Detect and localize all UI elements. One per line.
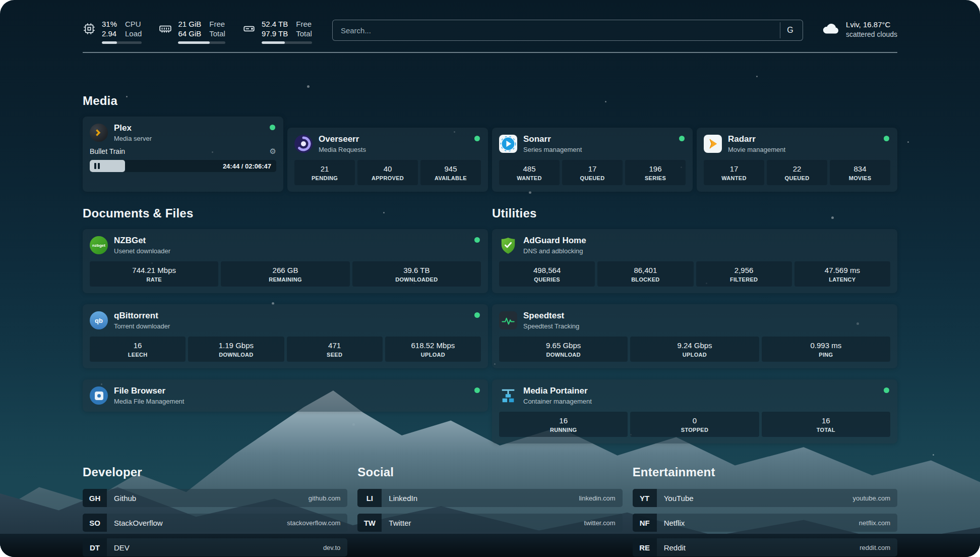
stat-label: STOPPED: [632, 427, 757, 433]
pause-icon[interactable]: [94, 163, 100, 169]
cpu-progress-fill: [102, 41, 117, 44]
service-meta: AdGuard Home DNS and adblocking: [523, 236, 586, 255]
service-card-plex[interactable]: Plex Media server Bullet Train ⚙ 24:44 /: [83, 117, 283, 192]
stat-available: 945 AVAILABLE: [420, 160, 481, 185]
service-description: Series management: [523, 146, 582, 153]
service-card-speedtest[interactable]: Speedtest Speedtest Tracking 9.65 Gbps D…: [492, 304, 897, 368]
service-name: Media Portainer: [523, 386, 592, 396]
bookmark-github[interactable]: GH Github github.com: [83, 489, 347, 507]
stat-label: UPLOAD: [387, 352, 479, 358]
stat-value: 9.24 Gbps: [632, 341, 757, 350]
stat-label: AVAILABLE: [422, 175, 479, 181]
stat-stopped: 0 STOPPED: [630, 412, 759, 437]
status-dot: [474, 312, 480, 318]
stat-label: BLOCKED: [599, 276, 691, 283]
service-card-overseerr[interactable]: Overseerr Media Requests 21 PENDING 40 A…: [287, 128, 488, 192]
bookmark-group-entertainment: Entertainment YT YouTube youtube.com NF …: [633, 465, 897, 557]
nzbget-icon-text: nzbget: [92, 243, 105, 248]
adguard-icon: [499, 236, 517, 254]
service-description: Media File Management: [114, 398, 184, 405]
bookmark-group-developer: Developer GH Github github.com SO StackO…: [83, 465, 347, 557]
sonarr-icon: [499, 135, 517, 153]
stat-value: 16: [501, 416, 626, 425]
service-meta: qBittorrent Torrent downloader: [114, 311, 170, 330]
service-meta: NZBGet Usenet downloader: [114, 236, 170, 255]
bookmark-netflix[interactable]: NF Netflix netflix.com: [633, 514, 897, 532]
stat-label: REMAINING: [223, 276, 347, 283]
bookmark-stackoverflow[interactable]: SO StackOverflow stackoverflow.com: [83, 514, 347, 532]
bookmark-linkedin[interactable]: LI LinkedIn linkedin.com: [357, 489, 622, 507]
weather-condition: scattered clouds: [846, 30, 897, 38]
stat-value: 1.19 Gbps: [190, 341, 282, 350]
memory-icon: [159, 22, 172, 35]
section-title-developer: Developer: [83, 465, 347, 480]
bookmark-youtube[interactable]: YT YouTube youtube.com: [633, 489, 897, 507]
stat-value: 9.65 Gbps: [501, 341, 626, 350]
cpu-usage-value: 31%: [102, 19, 117, 29]
stat-value: 196: [627, 164, 684, 173]
memory-free-label: Free: [209, 19, 225, 29]
stat-leech: 16 LEECH: [90, 337, 186, 362]
search-input[interactable]: [341, 26, 780, 35]
stat-label: LEECH: [92, 352, 183, 358]
service-name: File Browser: [114, 386, 184, 396]
service-meta: Speedtest Speedtest Tracking: [523, 311, 579, 330]
stat-value: 39.6 TB: [354, 266, 479, 274]
service-card-file-browser[interactable]: File Browser Media File Management: [83, 379, 488, 412]
service-card-media-portainer[interactable]: Media Portainer Container management 16 …: [492, 379, 897, 443]
gear-icon[interactable]: ⚙: [270, 147, 276, 156]
service-card-radarr[interactable]: Radarr Movie management 17 WANTED 22 QUE…: [697, 128, 897, 192]
service-description: Speedtest Tracking: [523, 322, 579, 330]
service-description: Container management: [523, 398, 592, 405]
bookmark-name: Twitter: [382, 514, 411, 532]
bookmark-reddit[interactable]: RE Reddit reddit.com: [633, 538, 897, 556]
overseerr-icon: [294, 135, 313, 153]
stat-value: 2,956: [698, 266, 790, 274]
service-name: Speedtest: [523, 311, 579, 321]
stat-upload: 618.52 Mbps UPLOAD: [385, 337, 481, 362]
service-card-adguard-home[interactable]: AdGuard Home DNS and adblocking 498,564 …: [492, 229, 897, 293]
stat-label: UPLOAD: [632, 352, 757, 358]
stat-value: 17: [706, 164, 762, 173]
bookmark-abbr: GH: [83, 489, 107, 507]
cpu-progress-bar: [102, 41, 142, 44]
bookmark-name: Netflix: [657, 514, 685, 532]
bookmark-name: StackOverflow: [107, 514, 163, 532]
service-card-nzbget[interactable]: nzbget NZBGet Usenet downloader 744.21 M…: [83, 229, 488, 293]
section-media: Media Plex Media server: [83, 93, 897, 192]
status-dot: [884, 136, 889, 141]
memory-widget: 21 GiB 64 GiB Free Total: [159, 19, 225, 44]
disk-total-value: 97.9 TB: [262, 29, 288, 38]
portainer-icon: [499, 386, 517, 405]
service-card-sonarr[interactable]: Sonarr Series management 485 WANTED 17 Q…: [492, 128, 693, 192]
memory-free-value: 21 GiB: [178, 19, 201, 29]
bookmark-group-social: Social LI LinkedIn linkedin.com TW Twitt…: [357, 465, 622, 557]
bookmark-abbr: RE: [633, 538, 657, 556]
stat-series: 196 SERIES: [625, 160, 686, 185]
bookmark-domain: reddit.com: [860, 538, 897, 556]
playback-progress-bar[interactable]: 24:44 / 02:06:47: [90, 160, 276, 172]
bookmark-dev[interactable]: DT DEV dev.to: [83, 538, 347, 556]
plex-icon: [90, 124, 108, 142]
search-provider-button[interactable]: G: [780, 22, 800, 38]
stat-upload: 9.24 Gbps UPLOAD: [630, 337, 759, 362]
service-name: NZBGet: [114, 236, 170, 246]
stat-download: 1.19 Gbps DOWNLOAD: [188, 337, 284, 362]
status-dot: [884, 387, 889, 393]
search-bar[interactable]: G: [332, 20, 803, 41]
stat-label: PENDING: [296, 175, 353, 181]
stat-value: 40: [359, 164, 416, 173]
service-card-qbittorrent[interactable]: qb qBittorrent Torrent downloader 16 LEE…: [83, 304, 488, 368]
stat-label: APPROVED: [359, 175, 416, 181]
stat-value: 22: [769, 164, 825, 173]
service-description: Usenet downloader: [114, 247, 170, 255]
service-meta: Overseerr Media Requests: [319, 134, 366, 153]
service-name: Sonarr: [523, 134, 582, 144]
stat-ping: 0.993 ms PING: [762, 337, 890, 362]
service-name: Radarr: [728, 134, 785, 144]
stat-value: 744.21 Mbps: [92, 266, 216, 274]
section-utilities: Utilities AdGuard Home DNS and adblockin…: [492, 206, 897, 443]
bookmark-twitter[interactable]: TW Twitter twitter.com: [357, 514, 622, 532]
stat-remaining: 266 GB REMAINING: [221, 261, 349, 287]
cpu-load-label: Load: [125, 29, 142, 38]
